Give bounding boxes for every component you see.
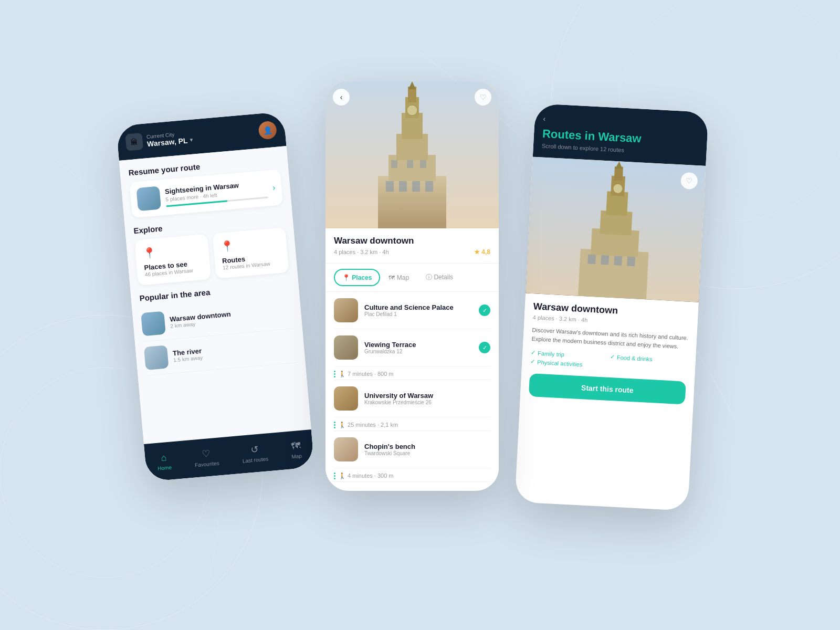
check-icon-palace: ✓ bbox=[479, 304, 490, 316]
right-building-illustration bbox=[526, 157, 706, 302]
tag-food: ✓ Food & drinks bbox=[610, 353, 687, 364]
walk-dot bbox=[334, 373, 335, 375]
svg-rect-16 bbox=[425, 181, 433, 192]
nav-map[interactable]: 🗺 Map bbox=[290, 440, 302, 459]
phone-detail: ‹ ♡ Warsaw downtown 4 places · 3.2 km · … bbox=[326, 81, 499, 491]
tab-map[interactable]: 🗺 Map bbox=[380, 269, 417, 286]
svg-rect-30 bbox=[601, 255, 609, 265]
home-icon: ⌂ bbox=[161, 452, 167, 464]
walk-dot bbox=[334, 371, 335, 372]
nav-last-routes[interactable]: ↺ Last routes bbox=[241, 443, 268, 464]
tab-details[interactable]: ⓘ Details bbox=[417, 269, 461, 286]
walk-label-2: 🚶 25 minutes · 2,1 km bbox=[339, 422, 398, 428]
place-item-university[interactable]: University of Warsaw Krakowskie Przedmie… bbox=[334, 380, 490, 417]
place-item-terrace[interactable]: Viewing Terrace Grunwaldzka 12 ✓ bbox=[334, 329, 490, 366]
place-info-terrace: Viewing Terrace Grunwaldzka 12 bbox=[364, 341, 472, 354]
popular-thumb-0 bbox=[141, 311, 166, 337]
place-addr-chopin: Twardowski Square bbox=[364, 450, 490, 456]
svg-rect-13 bbox=[386, 181, 394, 192]
nav-fav-label: Favourites bbox=[195, 460, 219, 468]
nav-favourites[interactable]: ♡ Favourites bbox=[193, 447, 219, 468]
tabs-row: 📍 Places 🗺 Map ⓘ Details bbox=[326, 264, 499, 292]
check-tag-3: ✓ bbox=[530, 358, 536, 365]
walk-dot bbox=[334, 472, 335, 474]
places-card[interactable]: 📍 Places to see 46 places in Warsaw bbox=[134, 234, 211, 286]
check-icon-terrace: ✓ bbox=[479, 342, 490, 353]
mid-meta-text: 4 places · 3.2 km · 4h bbox=[334, 249, 389, 255]
place-name-palace: Culture and Science Palace bbox=[364, 303, 472, 311]
phone-routes: ‹ Routes in Warsaw Scroll down to explor… bbox=[514, 103, 708, 511]
place-thumb-palace bbox=[334, 298, 358, 322]
place-name-university: University of Warsaw bbox=[364, 392, 490, 400]
popular-thumb-1 bbox=[144, 345, 169, 370]
walk-dot bbox=[334, 422, 335, 423]
right-description: Discover Warsaw's downtown and its rich … bbox=[531, 326, 688, 351]
mid-card-header: Warsaw downtown 4 places · 3.2 km · 4h ★… bbox=[326, 228, 499, 264]
walk-dots-1 bbox=[334, 371, 335, 377]
svg-rect-31 bbox=[614, 256, 622, 266]
place-item-chopin[interactable]: Chopin's bench Twardowski Square bbox=[334, 431, 490, 468]
place-name-terrace: Viewing Terrace bbox=[364, 341, 472, 349]
place-thumb-terrace bbox=[334, 335, 358, 360]
walk-info-1: 🚶 7 minutes · 800 m bbox=[334, 366, 490, 380]
place-addr-university: Krakowskie Przedmieście 26 bbox=[364, 400, 490, 405]
nav-home-label: Home bbox=[158, 464, 172, 471]
walk-dot bbox=[334, 427, 335, 428]
places-list: Culture and Science Palace Plac Defilad … bbox=[326, 292, 499, 482]
walk-dots-2 bbox=[334, 422, 335, 428]
walk-label-1: 🚶 7 minutes · 800 m bbox=[339, 371, 394, 377]
walk-info-3: 🚶 4 minutes · 300 m bbox=[334, 468, 490, 482]
walk-dot bbox=[334, 475, 335, 477]
place-info-chopin: Chopin's bench Twardowski Square bbox=[364, 443, 490, 456]
tag-physical: ✓ Physical activities bbox=[530, 358, 607, 369]
svg-point-28 bbox=[613, 184, 623, 194]
nav-home[interactable]: ⌂ Home bbox=[156, 452, 172, 471]
mid-meta: 4 places · 3.2 km · 4h ★ 4,8 bbox=[334, 248, 490, 256]
check-tag-1: ✓ bbox=[531, 349, 536, 356]
svg-rect-17 bbox=[391, 160, 397, 168]
nav-routes-label: Last routes bbox=[242, 456, 268, 464]
mid-title: Warsaw downtown bbox=[334, 236, 490, 246]
back-button[interactable]: ‹ bbox=[333, 89, 350, 106]
walk-dots-3 bbox=[334, 472, 335, 479]
explore-grid: 📍 Places to see 46 places in Warsaw 📍 Ro… bbox=[134, 227, 289, 286]
routes-nav-icon: ↺ bbox=[250, 444, 259, 456]
tab-places[interactable]: 📍 Places bbox=[334, 269, 380, 286]
tag-label-2: Food & drinks bbox=[617, 354, 653, 362]
place-item-palace[interactable]: Culture and Science Palace Plac Defilad … bbox=[334, 292, 490, 329]
hero-image: ‹ ♡ bbox=[326, 81, 499, 228]
resume-route-card[interactable]: Sightseeing in Warsaw 5 places more · 4h… bbox=[129, 169, 283, 218]
svg-point-12 bbox=[407, 105, 417, 116]
place-name-chopin: Chopin's bench bbox=[364, 443, 490, 450]
walk-dot bbox=[334, 424, 335, 426]
tag-label-1: Family trip bbox=[538, 350, 564, 358]
place-addr-terrace: Grunwaldzka 12 bbox=[364, 349, 472, 354]
phones-container: 🏛 Current City Warsaw, PL ▾ 👤 Resume you… bbox=[105, 66, 735, 564]
svg-rect-32 bbox=[627, 256, 635, 266]
right-header: ‹ Routes in Warsaw Scroll down to explor… bbox=[533, 103, 709, 166]
header-city[interactable]: 🏛 Current City Warsaw, PL ▾ bbox=[125, 129, 193, 151]
svg-rect-19 bbox=[420, 160, 426, 168]
right-hero-image: ♡ bbox=[526, 157, 706, 302]
walk-label-3: 🚶 4 minutes · 300 m bbox=[339, 472, 394, 479]
tags-grid: ✓ Family trip ✓ Food & drinks ✓ Physical… bbox=[530, 349, 687, 373]
route-arrow-icon[interactable]: › bbox=[272, 183, 276, 192]
check-tag-2: ✓ bbox=[610, 353, 615, 360]
explore-section: Explore 📍 Places to see 46 places in War… bbox=[133, 213, 289, 286]
svg-rect-18 bbox=[407, 160, 413, 168]
favourite-button[interactable]: ♡ bbox=[475, 89, 491, 106]
place-info-university: University of Warsaw Krakowskie Przedmie… bbox=[364, 392, 490, 405]
place-info-palace: Culture and Science Palace Plac Defilad … bbox=[364, 303, 472, 317]
right-card: Warsaw downtown 4 places · 3.2 km · 4h D… bbox=[520, 293, 699, 412]
phone-home: 🏛 Current City Warsaw, PL ▾ 👤 Resume you… bbox=[116, 111, 314, 481]
walk-info-2: 🚶 25 minutes · 2,1 km bbox=[334, 417, 490, 431]
svg-rect-14 bbox=[399, 181, 407, 192]
start-route-button[interactable]: Start this route bbox=[529, 373, 686, 405]
place-addr-palace: Plac Defilad 1 bbox=[364, 311, 472, 317]
walk-dot bbox=[334, 478, 335, 479]
avatar[interactable]: 👤 bbox=[258, 121, 277, 140]
tag-label-3: Physical activities bbox=[537, 359, 583, 367]
route-info: Sightseeing in Warsaw 5 places more · 4h… bbox=[165, 178, 268, 207]
routes-card[interactable]: 📍 Routes 12 routes in Warsaw bbox=[213, 227, 289, 279]
place-thumb-university bbox=[334, 386, 358, 411]
